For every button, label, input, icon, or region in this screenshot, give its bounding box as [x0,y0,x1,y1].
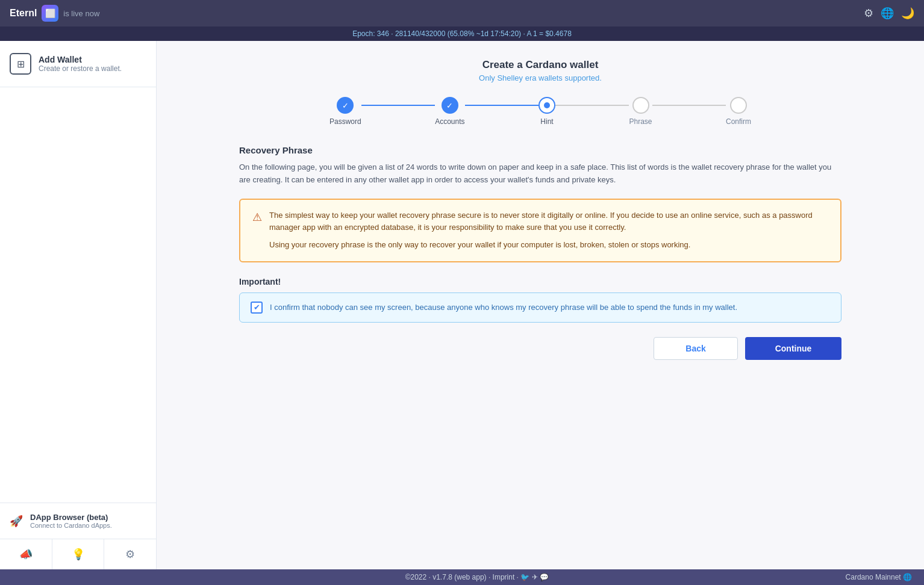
brand-section: Eternl ⬜ is live now [10,5,99,22]
idea-tab[interactable]: 💡 [52,539,105,569]
recovery-phrase-desc: On the following page, you will be given… [239,161,841,187]
stepper: ✓ Password ✓ Accounts Hint Phrase [329,97,751,126]
dapp-browser-item[interactable]: 🚀 DApp Browser (beta) Connect to Cardano… [0,503,156,539]
add-wallet-subtitle: Create or restore a wallet. [39,64,122,73]
warning-text-2: Using your recovery phrase is the only w… [269,239,828,252]
announcement-tab[interactable]: 📣 [0,539,52,569]
settings-tab[interactable]: ⚙ [104,539,156,569]
dapp-subtitle: Connect to Cardano dApps. [30,522,112,529]
brand-name: Eternl [10,8,37,19]
add-wallet-icon: ⊞ [10,53,31,75]
connector-4-5 [652,105,726,106]
live-text: is live now [63,9,99,18]
dapp-text: DApp Browser (beta) Connect to Cardano d… [30,513,112,529]
important-label: Important! [239,277,841,286]
step-circle-hint [538,97,555,114]
content-box: Recovery Phrase On the following page, y… [239,145,841,360]
page-subtitle: Only Shelley era wallets supported. [479,73,602,82]
sidebar-bottom: 🚀 DApp Browser (beta) Connect to Cardano… [0,503,156,569]
globe-icon[interactable]: 🌐 [881,7,894,20]
moon-icon[interactable]: 🌙 [901,7,914,20]
sidebar-spacer [0,87,156,503]
epoch-text: Epoch: 346 · 281140/432000 (65.08% ~1d 1… [352,29,572,38]
settings-icon[interactable]: ⚙ [864,7,873,20]
step-circle-password: ✓ [337,97,354,114]
sidebar-footer-tabs: 📣 💡 ⚙ [0,539,156,569]
step-confirm: Confirm [726,97,751,126]
epoch-bar: Epoch: 346 · 281140/432000 (65.08% ~1d 1… [0,26,924,41]
add-wallet-text: Add Wallet Create or restore a wallet. [39,55,122,73]
footer-center: ©2022 · v1.7.8 (web app) · Imprint · 🐦 ✈… [108,573,846,581]
step-label-phrase: Phrase [629,117,652,126]
step-circle-confirm [730,97,747,114]
brand-logo: ⬜ [42,5,58,22]
step-password: ✓ Password [329,97,361,126]
confirm-text: I confirm that nobody can see my screen,… [270,302,737,314]
step-label-hint: Hint [540,117,553,126]
recovery-phrase-title: Recovery Phrase [239,145,841,155]
warning-text: The simplest way to keep your wallet rec… [269,209,828,252]
top-bar: Eternl ⬜ is live now ⚙ 🌐 🌙 [0,0,924,26]
warning-text-1: The simplest way to keep your wallet rec… [269,209,828,235]
connector-1-2 [361,105,435,106]
continue-button[interactable]: Continue [745,337,841,360]
confirm-box[interactable]: ✔ I confirm that nobody can see my scree… [239,292,841,323]
connector-3-4 [555,105,629,106]
step-phrase: Phrase [629,97,652,126]
step-label-accounts: Accounts [435,117,464,126]
dapp-icon: 🚀 [10,515,23,528]
add-wallet-title: Add Wallet [39,55,122,64]
step-circle-accounts: ✓ [442,97,458,114]
content-area: Create a Cardano wallet Only Shelley era… [157,41,924,569]
add-wallet-item[interactable]: ⊞ Add Wallet Create or restore a wallet. [10,53,146,75]
step-circle-phrase [632,97,649,114]
connector-2-3 [465,105,538,106]
warning-box: ⚠ The simplest way to keep your wallet r… [239,199,841,262]
dapp-title: DApp Browser (beta) [30,513,112,522]
step-accounts: ✓ Accounts [435,97,464,126]
sidebar-add-wallet[interactable]: ⊞ Add Wallet Create or restore a wallet. [0,41,156,87]
top-bar-icons: ⚙ 🌐 🌙 [864,7,914,20]
step-label-password: Password [329,117,361,126]
main-layout: ⊞ Add Wallet Create or restore a wallet.… [0,41,924,569]
footer-bar: ©2022 · v1.7.8 (web app) · Imprint · 🐦 ✈… [0,569,924,585]
button-row: Back Continue [239,337,841,360]
confirm-checkbox[interactable]: ✔ [251,302,263,314]
page-title-section: Create a Cardano wallet Only Shelley era… [479,59,602,82]
back-button[interactable]: Back [654,337,738,360]
page-title: Create a Cardano wallet [479,59,602,71]
warning-icon: ⚠ [252,211,262,224]
sidebar: ⊞ Add Wallet Create or restore a wallet.… [0,41,157,569]
footer-right: Cardano Mainnet 🌐 [846,573,912,581]
step-hint: Hint [538,97,555,126]
step-label-confirm: Confirm [726,117,751,126]
